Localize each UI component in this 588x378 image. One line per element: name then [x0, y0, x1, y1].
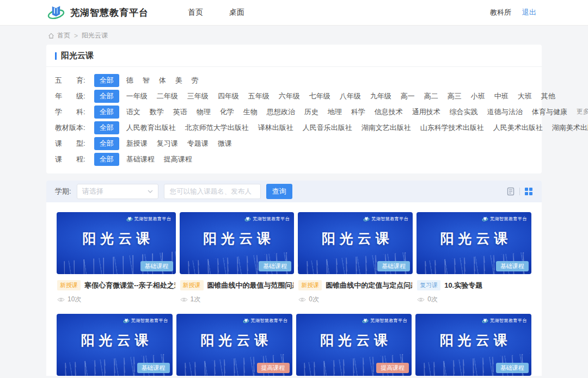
- term-select-placeholder: 请选择: [82, 187, 103, 196]
- filter-option[interactable]: 语文: [126, 107, 140, 117]
- filter-option[interactable]: 专题课: [187, 139, 209, 148]
- user-name[interactable]: 教科所: [490, 8, 511, 17]
- search-button[interactable]: 查询: [266, 184, 292, 199]
- course-grid-row2: 芜湖智慧教育平台阳光云课基础课程芜湖智慧教育平台阳光云课提高课程芜湖智慧教育平台…: [46, 304, 542, 376]
- thumb-title: 阳光云课: [57, 229, 176, 247]
- filter-option[interactable]: 六年级: [279, 91, 300, 101]
- filter-option[interactable]: 人民音乐出版社: [303, 123, 352, 133]
- search-input[interactable]: [164, 184, 261, 199]
- filter-option-all[interactable]: 全部: [94, 153, 119, 166]
- filter-option[interactable]: 体: [159, 76, 166, 85]
- filter-option[interactable]: 湖南文艺出版社: [362, 123, 411, 133]
- course-title[interactable]: 圆锥曲线中的最值与范围问题: [207, 281, 294, 290]
- filter-option[interactable]: 美: [175, 76, 182, 85]
- filter-more-button[interactable]: 更多 ▾: [577, 107, 588, 116]
- course-card[interactable]: 芜湖智慧教育平台阳光云课提高课程: [296, 314, 412, 376]
- filter-option[interactable]: 微课: [218, 139, 232, 148]
- course-thumbnail[interactable]: 芜湖智慧教育平台阳光云课基础课程: [180, 212, 295, 274]
- filter-option[interactable]: 山东科学技术出版社: [420, 123, 484, 133]
- filter-option[interactable]: 其他: [541, 91, 555, 101]
- course-thumbnail[interactable]: 芜湖智慧教育平台阳光云课基础课程: [416, 212, 531, 274]
- breadcrumb-current: 阳光云课: [82, 31, 108, 40]
- filter-option[interactable]: 德: [126, 76, 133, 85]
- thumb-brand-text: 芜湖智慧教育平台: [134, 216, 171, 222]
- course-thumbnail[interactable]: 芜湖智慧教育平台阳光云课基础课程: [415, 314, 531, 376]
- filter-option[interactable]: 八年级: [340, 91, 361, 101]
- filter-option[interactable]: 综合实践: [450, 107, 478, 117]
- filter-option[interactable]: 北京师范大学出版社: [185, 123, 249, 133]
- filter-option[interactable]: 道德与法治: [487, 107, 523, 117]
- filter-option[interactable]: 四年级: [218, 91, 239, 101]
- filter-option[interactable]: 中班: [494, 91, 509, 101]
- filter-option[interactable]: 高三: [448, 91, 462, 101]
- logout-link[interactable]: 退出: [522, 8, 536, 17]
- term-select[interactable]: 请选择: [77, 184, 158, 199]
- filter-option-all[interactable]: 全部: [94, 90, 119, 103]
- filter-option[interactable]: 英语: [173, 107, 187, 117]
- filter-option[interactable]: 生物: [243, 107, 258, 117]
- course-title[interactable]: 10.实验专题: [444, 281, 482, 290]
- filter-option[interactable]: 基础课程: [126, 154, 155, 164]
- filter-option-all[interactable]: 全部: [94, 121, 119, 134]
- course-title[interactable]: 寒假心育微课堂--亲子相处之道...: [84, 281, 175, 290]
- nav-desktop[interactable]: 桌面: [229, 8, 244, 17]
- filter-option[interactable]: 智: [143, 76, 150, 85]
- filter-option[interactable]: 译林出版社: [258, 123, 293, 133]
- filter-option[interactable]: 新授课: [126, 139, 148, 148]
- filter-option[interactable]: 历史: [304, 107, 318, 117]
- main-nav: 首页 桌面: [188, 8, 244, 17]
- course-card[interactable]: 芜湖智慧教育平台阳光云课基础课程新授课圆锥曲线中的最值与范围问题1次: [180, 212, 295, 304]
- filter-option[interactable]: 人民美术出版社: [493, 123, 543, 133]
- course-card[interactable]: 芜湖智慧教育平台阳光云课基础课程复习课10.实验专题0次: [416, 212, 531, 304]
- filter-option[interactable]: 数学: [150, 107, 164, 117]
- thumb-title: 阳光云课: [416, 229, 531, 247]
- course-thumbnail[interactable]: 芜湖智慧教育平台阳光云课提高课程: [296, 314, 412, 376]
- course-card[interactable]: 芜湖智慧教育平台阳光云课提高课程: [176, 314, 292, 376]
- course-card[interactable]: 芜湖智慧教育平台阳光云课基础课程: [57, 314, 173, 376]
- thumb-brand: 芜湖智慧教育平台: [482, 216, 527, 222]
- filter-option[interactable]: 信息技术: [375, 107, 403, 117]
- filter-option[interactable]: 七年级: [309, 91, 330, 101]
- nav-home[interactable]: 首页: [188, 8, 203, 17]
- filter-option[interactable]: 化学: [220, 107, 234, 117]
- filter-option[interactable]: 物理: [197, 107, 211, 117]
- filter-option[interactable]: 思想政治: [267, 107, 295, 117]
- course-card[interactable]: 芜湖智慧教育平台阳光云课基础课程: [415, 314, 531, 376]
- filter-option[interactable]: 大班: [518, 91, 532, 101]
- breadcrumb-home[interactable]: 首页: [57, 31, 70, 40]
- course-thumbnail[interactable]: 芜湖智慧教育平台阳光云课提高课程: [176, 314, 292, 376]
- filter-option-all[interactable]: 全部: [94, 74, 119, 87]
- list-view-icon[interactable]: [506, 187, 515, 196]
- page-title: 阳光云课: [61, 51, 94, 61]
- filter-option[interactable]: 一年级: [126, 91, 148, 101]
- filter-option-all[interactable]: 全部: [94, 106, 119, 119]
- filter-option[interactable]: 体育与健康: [532, 107, 567, 117]
- filter-option[interactable]: 三年级: [187, 91, 209, 101]
- filter-option[interactable]: 通用技术: [412, 107, 440, 117]
- app-header: 芜湖智慧教育平台 首页 桌面 教科所 退出: [0, 0, 588, 26]
- thumb-title: 阳光云课: [57, 331, 173, 349]
- filter-option[interactable]: 九年级: [370, 91, 391, 101]
- course-thumbnail[interactable]: 芜湖智慧教育平台阳光云课基础课程: [57, 212, 176, 274]
- filter-option[interactable]: 高一: [401, 91, 415, 101]
- filter-option-all[interactable]: 全部: [94, 137, 119, 150]
- breadcrumb-separator: >: [74, 32, 78, 40]
- filter-option[interactable]: 高二: [424, 91, 438, 101]
- filter-option[interactable]: 小班: [471, 91, 485, 101]
- course-thumbnail[interactable]: 芜湖智慧教育平台阳光云课基础课程: [57, 314, 173, 376]
- filter-option[interactable]: 提高课程: [164, 154, 192, 164]
- filter-option[interactable]: 二年级: [157, 91, 178, 101]
- course-card[interactable]: 芜湖智慧教育平台阳光云课基础课程新授课圆锥曲线中的定值与定点问题0次: [298, 212, 413, 304]
- filter-option[interactable]: 劳: [192, 76, 199, 85]
- filter-option[interactable]: 地理: [328, 107, 342, 117]
- filter-option[interactable]: 五年级: [248, 91, 270, 101]
- grid-view-icon[interactable]: [524, 187, 533, 196]
- course-thumbnail[interactable]: 芜湖智慧教育平台阳光云课基础课程: [298, 212, 413, 274]
- filter-option[interactable]: 人民教育出版社: [126, 123, 176, 133]
- filter-option[interactable]: 复习课: [157, 139, 178, 148]
- filter-option[interactable]: 科学: [351, 107, 365, 117]
- filter-option[interactable]: 湖南美术出版社: [552, 123, 588, 133]
- course-title[interactable]: 圆锥曲线中的定值与定点问题: [326, 281, 412, 290]
- course-card[interactable]: 芜湖智慧教育平台阳光云课基础课程新授课寒假心育微课堂--亲子相处之道...10次: [57, 212, 176, 304]
- thumb-brand: 芜湖智慧教育平台: [482, 318, 527, 324]
